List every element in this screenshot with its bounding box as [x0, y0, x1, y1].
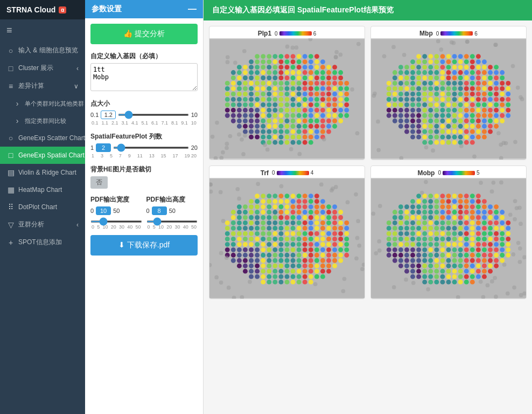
svg-point-1203 [398, 252, 403, 257]
svg-point-323 [263, 143, 267, 147]
svg-point-497 [393, 102, 397, 107]
sidebar-item-heatmap[interactable]: ▦HeatMap Chart [0, 181, 85, 198]
pdf-height-input[interactable] [152, 206, 167, 215]
svg-point-307 [291, 46, 295, 50]
sidebar-item-geneexp-scatter[interactable]: ○GeneExp Scatter Chart [0, 129, 85, 147]
svg-point-1167 [434, 242, 439, 246]
he-crop-toggle[interactable]: 否 [90, 176, 108, 189]
svg-point-199 [309, 108, 313, 113]
columns-value-input[interactable] [96, 143, 111, 152]
gene-textarea[interactable]: 1tt Mobp [90, 63, 198, 91]
svg-point-124 [237, 92, 242, 96]
svg-point-406 [470, 75, 475, 80]
svg-point-708 [255, 210, 260, 215]
sidebar-item-subgroup[interactable]: ▽亚群分析‹ [0, 216, 85, 233]
svg-point-1319 [490, 189, 494, 194]
svg-point-1163 [410, 242, 415, 246]
svg-point-1054 [494, 210, 499, 215]
svg-point-1019 [482, 199, 487, 204]
svg-point-292 [267, 140, 271, 145]
svg-point-837 [291, 242, 296, 246]
svg-point-765 [237, 226, 242, 231]
svg-point-36 [303, 65, 307, 70]
svg-point-110 [278, 86, 283, 91]
svg-point-599 [428, 129, 433, 134]
svg-point-673 [314, 194, 319, 198]
sidebar-item-spot-add[interactable]: +SPOT信息添加 [0, 233, 85, 251]
svg-point-374 [393, 70, 397, 75]
svg-point-670 [297, 194, 302, 198]
svg-point-527 [446, 108, 451, 113]
svg-point-522 [416, 108, 421, 113]
svg-point-474 [506, 92, 510, 96]
svg-point-349 [440, 59, 445, 64]
svg-point-1210 [440, 252, 445, 257]
svg-point-359 [410, 65, 415, 70]
svg-point-239 [303, 119, 307, 123]
pdf-width-input[interactable] [96, 206, 111, 215]
svg-point-415 [404, 81, 409, 86]
svg-point-301 [243, 134, 247, 138]
svg-point-324 [211, 135, 215, 139]
svg-point-789 [255, 231, 260, 236]
svg-point-117 [320, 86, 325, 91]
svg-point-1031 [464, 204, 469, 209]
svg-point-122 [225, 92, 230, 96]
submit-button[interactable]: 👍 提交分析 [90, 24, 198, 44]
panel-close-icon[interactable]: — [188, 4, 197, 14]
svg-point-238 [297, 119, 302, 123]
svg-point-112 [291, 86, 296, 91]
svg-point-836 [285, 242, 290, 246]
pdf-height-slider[interactable] [146, 220, 198, 223]
svg-point-204 [338, 108, 343, 113]
svg-point-219 [303, 113, 307, 118]
svg-point-461 [428, 92, 433, 96]
svg-point-669 [291, 194, 296, 198]
svg-point-1160 [393, 242, 397, 246]
svg-point-728 [261, 215, 265, 220]
pdf-width-slider[interactable] [90, 220, 142, 223]
svg-point-79 [338, 75, 343, 80]
hamburger-icon[interactable]: ≡ [0, 19, 85, 42]
svg-point-249 [255, 124, 260, 129]
svg-point-959 [297, 279, 302, 284]
svg-point-211 [255, 113, 260, 118]
columns-slider[interactable] [113, 147, 189, 149]
svg-point-30 [267, 65, 271, 70]
sidebar-item-input-info[interactable]: ○输入 & 细胞信息预览 [0, 42, 85, 59]
svg-point-1094 [500, 220, 505, 225]
svg-point-1227 [422, 258, 427, 263]
svg-point-370 [476, 65, 481, 70]
svg-point-594 [494, 124, 499, 129]
svg-point-1258 [404, 268, 409, 273]
svg-point-1312 [378, 204, 382, 208]
svg-point-915 [278, 263, 283, 268]
svg-point-430 [494, 81, 499, 86]
svg-point-1209 [434, 252, 439, 257]
point-size-slider[interactable] [118, 114, 188, 116]
svg-point-1108 [458, 226, 463, 231]
svg-point-832 [261, 242, 265, 246]
svg-point-551 [464, 113, 469, 118]
svg-point-1039 [404, 210, 409, 215]
svg-point-131 [278, 92, 283, 96]
sidebar-item-specified-cluster[interactable]: ›指定类群间比较 [0, 112, 85, 129]
svg-point-1195 [476, 247, 481, 252]
sidebar-item-geneexp-spatial[interactable]: □GeneExp Spatial Chart [0, 147, 85, 164]
sidebar-item-violin-ridge[interactable]: ▤Violin & Ridge Chart [0, 164, 85, 181]
sidebar-item-diff-calc[interactable]: ≡差异计算∨ [0, 77, 85, 95]
sidebar-item-cluster-show[interactable]: □Cluster 展示‹ [0, 59, 85, 77]
svg-point-1016 [464, 199, 469, 204]
sidebar-item-single-cluster[interactable]: ›单个类群对比其他类群 [0, 95, 85, 112]
svg-point-1066 [452, 215, 457, 220]
svg-point-1120 [404, 231, 409, 236]
svg-point-815 [285, 236, 290, 241]
download-button[interactable]: ⬇ 下载保存.pdf [90, 235, 198, 256]
svg-point-1290 [446, 279, 451, 284]
svg-point-165 [231, 102, 236, 107]
sidebar-item-dotplot[interactable]: ⠿DotPlot Chart [0, 198, 85, 216]
svg-point-154 [291, 97, 296, 102]
svg-point-671 [303, 194, 307, 198]
point-size-value-input[interactable] [101, 111, 116, 119]
svg-point-848 [231, 247, 236, 252]
